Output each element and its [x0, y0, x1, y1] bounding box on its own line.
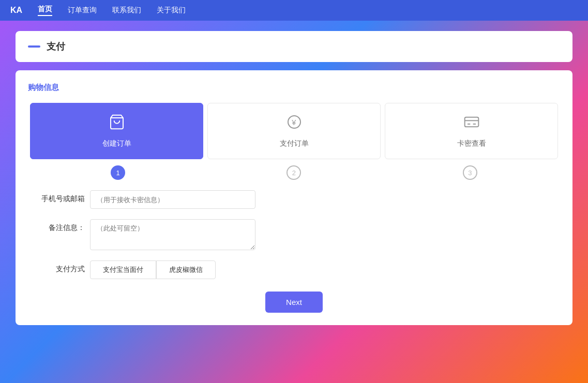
step-num-1: 1: [111, 165, 125, 180]
main-card: 购物信息 创建订单 ¥: [16, 70, 572, 325]
nav-item-about[interactable]: 关于我们: [157, 6, 186, 15]
navbar: KA 首页 订单查询 联系我们 关于我们: [0, 0, 588, 21]
step-view-card[interactable]: 卡密查看: [385, 103, 558, 159]
note-row: 备注信息：: [33, 219, 555, 250]
section-title: 购物信息: [28, 83, 560, 93]
card-view-icon: [463, 114, 480, 134]
yen-icon: ¥: [286, 114, 303, 134]
phone-input[interactable]: [90, 190, 255, 209]
phone-row: 手机号或邮箱: [33, 190, 555, 209]
note-label: 备注信息：: [33, 219, 85, 233]
step-view-label: 卡密查看: [457, 139, 486, 148]
step-pay-order[interactable]: ¥ 支付订单: [207, 103, 381, 159]
svg-rect-3: [464, 117, 478, 127]
payment-alipay[interactable]: 支付宝当面付: [90, 261, 156, 279]
nav-item-orders[interactable]: 订单查询: [68, 6, 97, 15]
svg-text:¥: ¥: [291, 118, 296, 127]
form-section: 手机号或邮箱 备注信息： 支付方式 支付宝当面付 虎皮椒微信: [28, 190, 560, 279]
note-textarea[interactable]: [90, 219, 255, 250]
nav-item-contact[interactable]: 联系我们: [112, 6, 141, 15]
step-create-label: 创建订单: [102, 139, 131, 148]
page-title-card: 支付: [16, 31, 572, 62]
title-accent: [28, 45, 40, 48]
step-num-3: 3: [463, 165, 477, 180]
step-create-order[interactable]: 创建订单: [30, 103, 203, 159]
next-button[interactable]: Next: [265, 292, 323, 313]
payment-label: 支付方式: [33, 261, 85, 274]
page-title: 支付: [47, 40, 65, 53]
nav-logo: KA: [10, 6, 22, 15]
step-numbers: 1 2 3: [30, 165, 558, 180]
nav-item-home[interactable]: 首页: [38, 5, 52, 16]
main-content: 支付 购物信息 创建订单: [0, 21, 588, 335]
phone-label: 手机号或邮箱: [33, 190, 85, 204]
steps-row: 创建订单 ¥ 支付订单: [28, 103, 560, 159]
step-num-2: 2: [287, 165, 301, 180]
shopping-bag-icon: [109, 114, 125, 134]
payment-row: 支付方式 支付宝当面付 虎皮椒微信: [33, 261, 555, 279]
step-pay-label: 支付订单: [280, 139, 309, 148]
payment-buttons: 支付宝当面付 虎皮椒微信: [90, 261, 216, 279]
next-btn-row: Next: [28, 292, 560, 313]
payment-wechat[interactable]: 虎皮椒微信: [156, 261, 216, 279]
